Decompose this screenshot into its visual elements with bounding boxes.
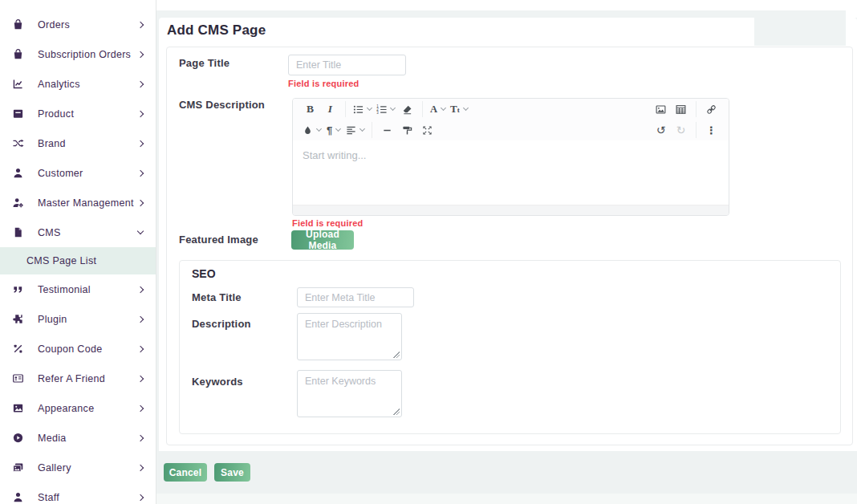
toolbar-row1-left: BI123ATt xyxy=(295,101,475,117)
chevron-right-icon xyxy=(137,110,144,116)
sidebar-item-media[interactable]: Media xyxy=(0,423,156,453)
sidebar-item-label: CMS xyxy=(38,227,61,238)
sidebar-item-testimonial[interactable]: Testimonial xyxy=(0,274,156,304)
toolbar-group xyxy=(646,101,696,117)
quote-icon xyxy=(11,283,24,296)
undo-icon: ↺ xyxy=(656,124,666,136)
meta-title-input[interactable] xyxy=(297,287,414,307)
sidebar-nav: OrdersSubscription OrdersAnalyticsProduc… xyxy=(0,0,156,504)
upload-media-button[interactable]: Upload Media xyxy=(291,230,354,250)
insert-link-button[interactable] xyxy=(704,101,719,117)
form-panel: Page Title Field is required CMS Descrip… xyxy=(166,47,853,445)
featured-image-label: Featured Image xyxy=(179,234,258,246)
sidebar-item-label: Plugin xyxy=(38,314,67,325)
more-options-button[interactable]: ⋮ xyxy=(704,122,719,138)
top-strip xyxy=(156,0,857,10)
page-title-input[interactable] xyxy=(288,55,406,75)
unordered-list-icon xyxy=(353,104,364,115)
sidebar-item-coupon-code[interactable]: Coupon Code xyxy=(0,334,156,364)
chevron-down-icon xyxy=(463,105,469,111)
font-color-button[interactable]: A xyxy=(430,101,445,117)
eraser-icon xyxy=(402,104,412,115)
rich-text-editor: BI123ATt ¶ ↺↻⋮ Start writing... xyxy=(292,98,729,216)
toolbar-group: ⋮ xyxy=(696,122,726,138)
cancel-button[interactable]: Cancel xyxy=(164,463,207,482)
page-title: Add CMS Page xyxy=(167,22,266,39)
more-options-icon: ⋮ xyxy=(706,125,717,136)
ordered-list-button[interactable]: 123 xyxy=(376,101,395,117)
insert-link-icon xyxy=(706,104,717,115)
seo-description-label: Description xyxy=(192,318,251,330)
insert-table-button[interactable] xyxy=(673,101,688,117)
chevron-right-icon xyxy=(137,375,144,381)
chart-icon xyxy=(11,78,24,91)
sidebar-item-cms[interactable]: CMS xyxy=(0,217,156,247)
sidebar-item-label: Subscription Orders xyxy=(38,49,131,60)
text-color-icon xyxy=(303,125,313,136)
sidebar-item-label: Master Management xyxy=(38,197,134,209)
card-icon xyxy=(11,372,24,385)
editor-toolbar-row-2: ¶ ↺↻⋮ xyxy=(293,120,729,140)
right-gutter xyxy=(846,0,857,18)
insert-image-button[interactable] xyxy=(653,101,668,117)
sidebar-item-label: Orders xyxy=(38,19,70,30)
sidebar-item-orders[interactable]: Orders xyxy=(0,10,156,39)
chevron-right-icon xyxy=(137,80,144,87)
seo-description-textarea[interactable] xyxy=(297,313,402,360)
sidebar-item-product[interactable]: Product xyxy=(0,99,156,128)
sidebar-item-cms-page-list[interactable]: CMS Page List xyxy=(0,247,156,274)
chevron-down-icon xyxy=(441,105,446,111)
keywords-textarea[interactable] xyxy=(297,370,402,417)
sidebar-item-plugin[interactable]: Plugin xyxy=(0,304,156,334)
align-icon xyxy=(346,125,356,136)
sidebar-item-label: Product xyxy=(38,108,74,120)
person-icon xyxy=(11,491,24,504)
text-color-button[interactable] xyxy=(303,122,321,138)
chevron-down-icon xyxy=(137,228,144,234)
save-button[interactable]: Save xyxy=(214,463,250,482)
page-title-label: Page Title xyxy=(179,57,229,69)
italic-button[interactable]: I xyxy=(323,101,338,117)
undo-button[interactable]: ↺ xyxy=(653,122,668,138)
redo-button[interactable]: ↻ xyxy=(673,122,688,138)
sidebar-item-master-management[interactable]: Master Management xyxy=(0,188,156,217)
main-content: Add CMS Page Page Title Field is require… xyxy=(156,0,857,504)
sidebar-item-gallery[interactable]: Gallery xyxy=(0,453,156,482)
unordered-list-button[interactable] xyxy=(353,101,372,117)
seo-heading: SEO xyxy=(192,267,216,280)
sidebar-item-appearance[interactable]: Appearance xyxy=(0,393,156,423)
bold-button[interactable]: B xyxy=(303,101,318,117)
sidebar-item-subscription-orders[interactable]: Subscription Orders xyxy=(0,39,156,69)
sidebar-item-label: Refer A Friend xyxy=(38,373,105,384)
box-icon xyxy=(11,108,24,120)
chevron-down-icon xyxy=(359,126,365,132)
sidebar-item-analytics[interactable]: Analytics xyxy=(0,69,156,99)
sidebar-item-label: Testimonial xyxy=(38,284,91,295)
sidebar-item-refer-a-friend[interactable]: Refer A Friend xyxy=(0,364,156,393)
image-icon xyxy=(11,402,24,415)
eraser-button[interactable] xyxy=(400,101,415,117)
editor-text-area[interactable]: Start writing... xyxy=(293,140,729,205)
editor-footer-bar xyxy=(293,205,729,216)
sidebar-item-brand[interactable]: Brand xyxy=(0,128,156,158)
text-size-button[interactable]: Tt xyxy=(450,101,468,117)
insert-table-icon xyxy=(676,104,686,115)
editor-toolbar-row-1: BI123ATt xyxy=(293,99,729,120)
seo-panel: SEO Meta Title Description Keywords xyxy=(179,260,841,434)
paint-format-button[interactable] xyxy=(400,122,415,138)
paint-format-icon xyxy=(402,125,412,136)
paragraph-format-button[interactable]: ¶ xyxy=(326,122,341,138)
align-button[interactable] xyxy=(346,122,364,138)
fullscreen-icon xyxy=(422,125,433,136)
insert-image-icon xyxy=(656,104,666,115)
svg-text:3: 3 xyxy=(376,110,379,114)
play-circle-icon xyxy=(11,432,24,445)
page-title-error: Field is required xyxy=(288,79,359,88)
sidebar-item-customer[interactable]: Customer xyxy=(0,158,156,188)
fullscreen-button[interactable] xyxy=(420,122,435,138)
bag-icon xyxy=(11,48,24,61)
horizontal-line-button[interactable] xyxy=(380,122,395,138)
sidebar-item-staff[interactable]: Staff xyxy=(0,482,156,504)
toolbar-row1-right xyxy=(646,101,726,117)
sidebar-item-label: Customer xyxy=(38,168,83,179)
